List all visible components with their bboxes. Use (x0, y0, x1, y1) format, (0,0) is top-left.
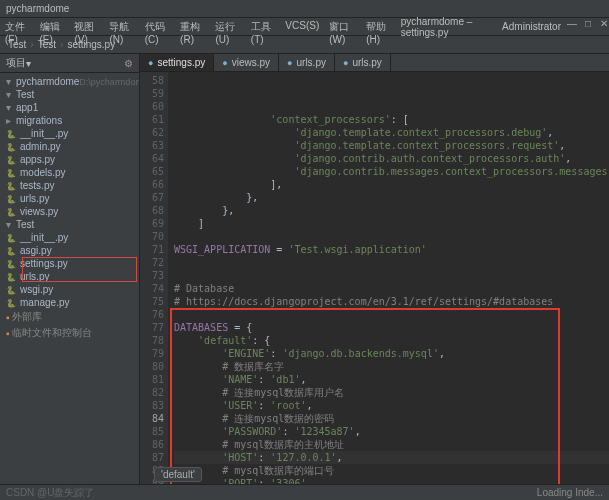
window-user: Administrator (496, 21, 567, 32)
breadcrumb-item[interactable]: settings.py (63, 39, 119, 50)
minimize-icon[interactable]: — (567, 18, 577, 35)
tree-node[interactable]: wsgi.py (0, 283, 139, 296)
tree-node[interactable]: urls.py (0, 192, 139, 205)
titlebar: pycharmdome (0, 0, 609, 18)
editor-tab[interactable]: ●urls.py (279, 54, 335, 71)
tree-node[interactable]: models.py (0, 166, 139, 179)
project-sidebar: 项目 ▾ ⚙ pycharmdome D:\pycharmdomeTestapp… (0, 54, 140, 484)
tree-node[interactable]: pycharmdome D:\pycharmdome (0, 75, 139, 88)
code-body[interactable]: 'context_processors': [ 'django.template… (168, 72, 609, 484)
breadcrumb: Test›Test›settings.py (0, 36, 609, 54)
watermark: CSDN @U盘失踪了 (0, 486, 95, 500)
tree-node[interactable]: tests.py (0, 179, 139, 192)
editor-tabs: ●settings.py●views.py●urls.py●urls.py (140, 54, 609, 72)
editor-tab[interactable]: ●urls.py (335, 54, 391, 71)
statusbar: CSDN @U盘失踪了 Loading Inde... (0, 484, 609, 500)
tree-node[interactable]: Test (0, 88, 139, 101)
maximize-icon[interactable]: □ (583, 18, 593, 35)
editor-tab[interactable]: ●settings.py (140, 54, 214, 71)
line-gutter: 5859606162636465666768697071727374757677… (140, 72, 168, 484)
tree-node[interactable]: settings.py (0, 257, 139, 270)
menu-item[interactable]: VCS(S) (280, 18, 324, 35)
tree-node[interactable]: __init__.py (0, 127, 139, 140)
menu-item[interactable]: 代码(C) (140, 18, 175, 35)
tree-node[interactable]: apps.py (0, 153, 139, 166)
menu-item[interactable]: 重构(R) (175, 18, 210, 35)
gear-icon[interactable]: ⚙ (124, 58, 133, 69)
tree-node[interactable]: ▪ 临时文件和控制台 (0, 325, 139, 341)
code-editor[interactable]: 5859606162636465666768697071727374757677… (140, 72, 609, 484)
breadcrumb-item[interactable]: Test (34, 39, 60, 50)
menubar: 文件(F)编辑(E)视图(V)导航(N)代码(C)重构(R)运行(U)工具(T)… (0, 18, 609, 36)
tree-node[interactable]: __init__.py (0, 231, 139, 244)
menu-item[interactable]: 帮助(H) (361, 18, 396, 35)
tree-node[interactable]: views.py (0, 205, 139, 218)
tree-node[interactable]: manage.py (0, 296, 139, 309)
menu-item[interactable]: 窗口(W) (324, 18, 361, 35)
sidebar-title: 项目 (6, 56, 26, 70)
tree-node[interactable]: urls.py (0, 270, 139, 283)
window-title: pycharmdome – settings.py (397, 16, 496, 38)
menu-item[interactable]: 编辑(E) (35, 18, 70, 35)
menu-item[interactable]: 工具(T) (246, 18, 281, 35)
tree-node[interactable]: app1 (0, 101, 139, 114)
editor-area: ●settings.py●views.py●urls.py●urls.py 58… (140, 54, 609, 484)
status-right: Loading Inde... (537, 487, 609, 498)
tree-node[interactable]: asgi.py (0, 244, 139, 257)
menu-item[interactable]: 运行(U) (210, 18, 245, 35)
breadcrumb-bottom[interactable]: 'default' (154, 467, 202, 482)
tree-node[interactable]: admin.py (0, 140, 139, 153)
menu-item[interactable]: 导航(N) (104, 18, 139, 35)
menu-item[interactable]: 视图(V) (69, 18, 104, 35)
breadcrumb-item[interactable]: Test (4, 39, 30, 50)
sidebar-toggle-icon[interactable]: ▾ (26, 58, 31, 69)
window-controls: — □ ✕ (567, 18, 609, 35)
title-project: pycharmdome (6, 3, 69, 14)
menu-item[interactable]: 文件(F) (0, 18, 35, 35)
editor-tab[interactable]: ●views.py (214, 54, 279, 71)
close-icon[interactable]: ✕ (599, 18, 609, 35)
tree-node[interactable]: migrations (0, 114, 139, 127)
project-tree[interactable]: pycharmdome D:\pycharmdomeTestapp1migrat… (0, 73, 139, 343)
sidebar-header: 项目 ▾ ⚙ (0, 54, 139, 73)
tree-node[interactable]: Test (0, 218, 139, 231)
tree-node[interactable]: ▪ 外部库 (0, 309, 139, 325)
